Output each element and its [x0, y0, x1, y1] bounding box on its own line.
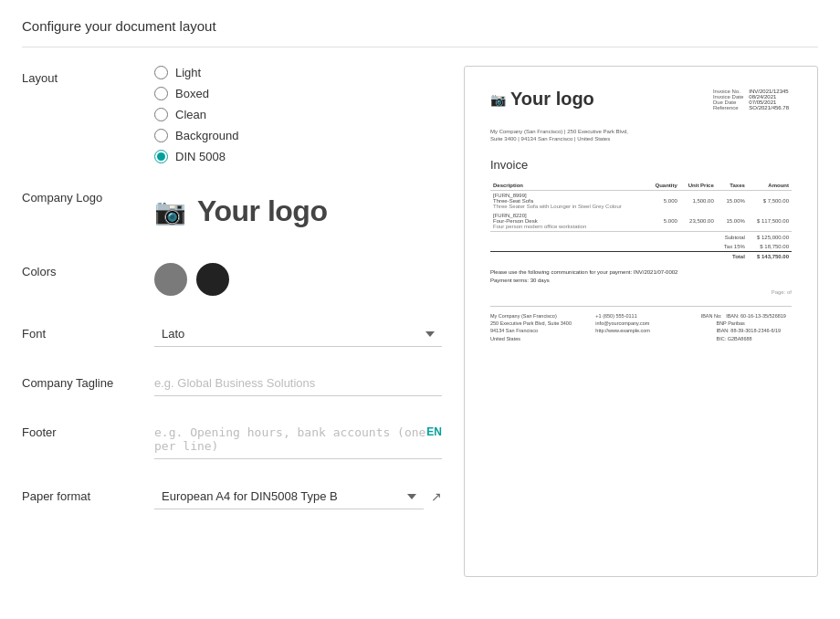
preview-row2-desc: [FURN_8220] Four-Person Desk Four person… — [490, 211, 647, 232]
preview-tax-row: Tax 15% $ 18,750.00 — [490, 242, 792, 252]
preview-logo-text: Your logo — [510, 89, 594, 110]
preview-subtotal-row: Subtotal $ 125,000.00 — [490, 231, 792, 242]
layout-label: Layout — [22, 66, 154, 85]
preview-footer-bar: My Company (San Francisco) 250 Executive… — [490, 306, 792, 342]
layout-radio-boxed[interactable] — [154, 87, 168, 100]
paper-select-wrap: European A4 for DIN5008 Type B European … — [154, 484, 424, 509]
colors-swatches — [154, 259, 442, 299]
layout-options: Light Boxed Clean Background DIN 5008 — [154, 66, 442, 163]
paper-format-row: Paper format European A4 for DIN5008 Typ… — [22, 484, 442, 511]
preview-row1-desc: [FURN_8999] Three-Seat Sofa Three Seater… — [490, 190, 647, 211]
camera-icon: 📷 — [154, 196, 186, 226]
preview-col-amount: Amount — [748, 181, 792, 191]
preview-col-desc: Description — [490, 181, 647, 191]
page-title: Configure your document layout — [22, 18, 818, 47]
footer-input-wrap: EN — [154, 420, 442, 462]
preview-col-qty: Quantity — [647, 181, 680, 191]
preview-col-price: Unit Price — [680, 181, 717, 191]
preview-panel: 📷 Your logo My Company (San Francisco) |… — [464, 66, 818, 577]
paper-format-label: Paper format — [22, 484, 154, 503]
layout-option-light[interactable]: Light — [154, 66, 442, 79]
footer-label: Footer — [22, 420, 154, 439]
footer-row: Footer EN — [22, 420, 442, 462]
preview-page-number: Page: of — [490, 289, 792, 295]
preview-address: My Company (San Francisco) | 250 Executi… — [490, 128, 628, 143]
footer-input[interactable] — [154, 420, 442, 459]
preview-inner: 📷 Your logo My Company (San Francisco) |… — [465, 67, 817, 361]
colors-label: Colors — [22, 259, 154, 278]
preview-footer-company: My Company (San Francisco) 250 Executive… — [490, 312, 581, 342]
table-row: [FURN_8220] Four-Person Desk Four person… — [490, 211, 792, 232]
layout-option-clean[interactable]: Clean — [154, 108, 442, 121]
layout-option-background-label: Background — [175, 129, 238, 142]
preview-camera-icon: 📷 — [490, 92, 506, 107]
layout-option-light-label: Light — [175, 66, 201, 79]
layout-radio-din5008[interactable] — [154, 150, 168, 163]
font-select[interactable]: Lato Roboto Open Sans Montserrat — [154, 321, 442, 347]
colors-row: Colors — [22, 259, 442, 299]
preview-footer-bank: IBAN No: IBAN: 60-16-13-35/526819 BNP Pa… — [701, 312, 792, 342]
color-swatch-gray[interactable] — [154, 263, 187, 296]
font-row: Font Lato Roboto Open Sans Montserrat — [22, 321, 442, 349]
tagline-input[interactable] — [154, 371, 442, 396]
preview-invoice-table: Description Quantity Unit Price Taxes Am… — [490, 181, 792, 261]
paper-format-controls: European A4 for DIN5008 Type B European … — [154, 484, 442, 509]
color-swatch-dark[interactable] — [196, 263, 229, 296]
preview-left-header: 📷 Your logo My Company (San Francisco) |… — [490, 89, 628, 143]
layout-option-boxed-label: Boxed — [175, 87, 209, 100]
preview-col-tax: Taxes — [717, 181, 748, 191]
preview-total-row: Total $ 143,750.00 — [490, 251, 792, 261]
layout-option-boxed[interactable]: Boxed — [154, 87, 442, 100]
font-select-wrap: Lato Roboto Open Sans Montserrat — [154, 321, 442, 347]
left-panel: Layout Light Boxed Clean Background — [22, 66, 442, 577]
preview-payment: Please use the following communication f… — [490, 268, 792, 286]
preview-footer-contact: +1 (650) 555-0111 info@yourcompany.com h… — [595, 312, 686, 342]
layout-option-clean-label: Clean — [175, 108, 206, 121]
layout-option-din5008-label: DIN 5008 — [175, 150, 226, 163]
preview-invoice-title: Invoice — [490, 158, 792, 172]
layout-radio-background[interactable] — [154, 129, 168, 142]
tagline-label: Company Tagline — [22, 371, 154, 390]
layout-radio-light[interactable] — [154, 66, 168, 79]
external-link-icon[interactable]: ↗ — [431, 489, 442, 504]
logo-placeholder[interactable]: 📷 Your logo — [154, 185, 442, 237]
preview-header: 📷 Your logo My Company (San Francisco) |… — [490, 89, 792, 143]
font-label: Font — [22, 321, 154, 341]
preview-meta: Invoice No.INV/2021/12345 Invoice Date08… — [710, 89, 792, 110]
tagline-row: Company Tagline — [22, 371, 442, 398]
footer-lang-badge[interactable]: EN — [426, 425, 442, 438]
preview-logo-area: 📷 Your logo — [490, 89, 628, 110]
tagline-input-wrap — [154, 371, 442, 396]
company-logo-label: Company Logo — [22, 185, 154, 205]
layout-radio-clean[interactable] — [154, 108, 168, 121]
layout-option-background[interactable]: Background — [154, 129, 442, 142]
logo-text: Your logo — [197, 194, 327, 228]
layout-row: Layout Light Boxed Clean Background — [22, 66, 442, 163]
table-row: [FURN_8999] Three-Seat Sofa Three Seater… — [490, 190, 792, 211]
company-logo-row: Company Logo 📷 Your logo — [22, 185, 442, 237]
layout-option-din5008[interactable]: DIN 5008 — [154, 150, 442, 163]
paper-format-select[interactable]: European A4 for DIN5008 Type B European … — [154, 484, 424, 509]
